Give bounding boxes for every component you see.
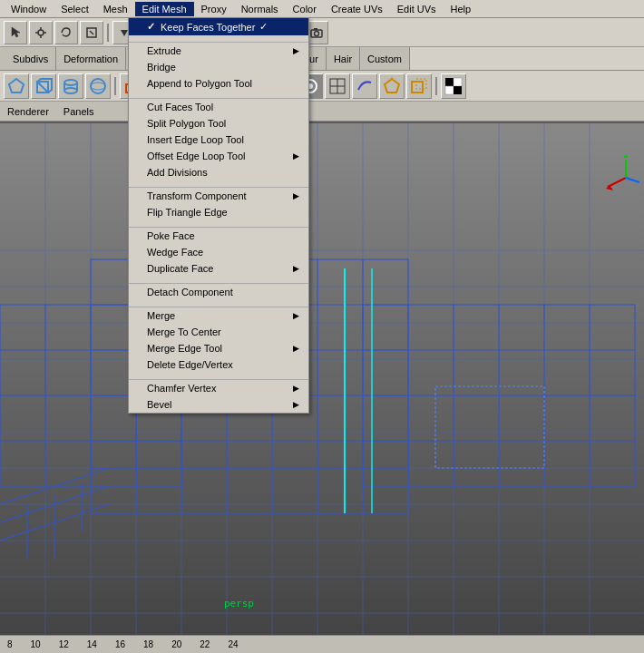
menu-item-cut-faces-tool[interactable]: Cut Faces Tool xyxy=(129,99,308,115)
menu-proxy[interactable]: Proxy xyxy=(194,2,234,16)
menu-item-insert-edge-loop[interactable]: Insert Edge Loop Tool xyxy=(129,132,308,148)
ruler-num-12: 12 xyxy=(59,639,69,649)
tab-hair[interactable]: Hair xyxy=(327,47,360,70)
sep4 xyxy=(129,220,308,228)
svg-rect-54 xyxy=(454,86,462,94)
svg-rect-52 xyxy=(454,78,462,86)
menu-item-merge-edge-tool[interactable]: Merge Edge Tool ▶ xyxy=(129,340,308,356)
toolbar-row2 xyxy=(0,71,644,102)
svg-marker-20 xyxy=(314,28,317,30)
tool-checkerboard[interactable] xyxy=(441,73,466,99)
svg-point-19 xyxy=(315,31,319,35)
menu-window[interactable]: Window xyxy=(4,2,54,16)
menu-color[interactable]: Color xyxy=(286,2,324,16)
tool-normal[interactable] xyxy=(379,73,405,99)
menu-item-delete-edge-vertex[interactable]: Delete Edge/Vertex xyxy=(129,356,308,373)
menubar: Window Select Mesh Edit Mesh Proxy Norma… xyxy=(0,0,644,18)
svg-rect-53 xyxy=(445,86,454,94)
ruler-num-10: 10 xyxy=(31,639,41,649)
menu-item-offset-edge-loop[interactable]: Offset Edge Loop Tool ▶ xyxy=(129,148,308,164)
menu-help[interactable]: Help xyxy=(444,2,479,16)
arrow-bevel: ▶ xyxy=(293,400,299,409)
svg-point-28 xyxy=(91,79,105,93)
statusbar: 8 10 12 14 16 18 20 22 24 xyxy=(0,635,644,653)
tabbar: Subdivs Deformation Effects Toon Cloth F… xyxy=(0,47,644,71)
svg-marker-21 xyxy=(9,79,24,93)
tool-select[interactable] xyxy=(4,21,27,44)
arrow-merge: ▶ xyxy=(293,311,299,320)
svg-marker-7 xyxy=(121,30,128,36)
tool-cylinder[interactable] xyxy=(58,73,83,99)
menu-select[interactable]: Select xyxy=(54,2,96,16)
menu-item-append-to-polygon[interactable]: Append to Polygon Tool xyxy=(129,75,308,92)
menu-item-flip-triangle-edge[interactable]: Flip Triangle Edge xyxy=(129,204,308,220)
menu-item-bridge[interactable]: Bridge xyxy=(129,59,308,75)
arrow-duplicate: ▶ xyxy=(293,264,299,273)
viewport-scene xyxy=(0,123,644,635)
toolbar-row1 xyxy=(0,18,644,47)
sep3 xyxy=(129,180,308,188)
svg-rect-51 xyxy=(445,78,454,86)
menu-edit-mesh[interactable]: Edit Mesh xyxy=(135,2,194,16)
sep7 xyxy=(129,373,308,380)
renderer-label[interactable]: Renderer xyxy=(4,104,53,119)
svg-rect-50 xyxy=(416,79,426,89)
tab-subdivs[interactable]: Subdivs xyxy=(5,47,56,70)
arrow-extrude: ▶ xyxy=(293,46,299,55)
menu-normals[interactable]: Normals xyxy=(234,2,286,16)
menu-item-merge[interactable]: Merge ▶ xyxy=(129,307,308,324)
tab-deformation[interactable]: Deformation xyxy=(56,47,126,70)
tool-cube[interactable] xyxy=(31,73,56,99)
svg-rect-49 xyxy=(412,82,423,93)
persp-label: persp xyxy=(224,598,254,609)
menu-item-bevel[interactable]: Bevel ▶ xyxy=(129,396,308,413)
svg-marker-47 xyxy=(385,79,399,93)
svg-point-29 xyxy=(91,83,105,90)
sep6 xyxy=(129,300,308,307)
ruler-num-16: 16 xyxy=(115,639,125,649)
menu-item-poke-face[interactable]: Poke Face xyxy=(129,228,308,244)
sep1 xyxy=(129,35,308,43)
tab-custom[interactable]: Custom xyxy=(360,47,410,70)
svg-rect-55 xyxy=(0,123,644,635)
menu-item-chamfer-vertex[interactable]: Chamfer Vertex ▶ xyxy=(129,380,308,396)
ruler-num-24: 24 xyxy=(228,639,238,649)
tool-wire[interactable] xyxy=(325,73,350,99)
menu-item-merge-to-center[interactable]: Merge To Center xyxy=(129,324,308,340)
svg-line-6 xyxy=(90,31,93,34)
sep2 xyxy=(129,92,308,99)
menu-edit-uvs[interactable]: Edit UVs xyxy=(390,2,444,16)
edit-mesh-dropdown: ✓ Keep Faces Together Extrude ▶ Bridge A… xyxy=(128,18,309,414)
sep5 xyxy=(129,277,308,284)
menu-item-transform-component[interactable]: Transform Component ▶ xyxy=(129,188,308,204)
sep-t1 xyxy=(114,77,116,95)
menu-item-keep-faces-together[interactable]: ✓ Keep Faces Together xyxy=(129,18,308,35)
viewport[interactable]: persp xyxy=(0,123,644,635)
arrow-transform: ▶ xyxy=(293,191,299,200)
menu-item-add-divisions[interactable]: Add Divisions xyxy=(129,164,308,180)
sep-t4 xyxy=(435,77,437,95)
panels-bar: Renderer Panels xyxy=(0,102,644,122)
tab-left-group: Subdivs Deformation xyxy=(0,47,132,70)
tool-paint[interactable] xyxy=(80,21,103,44)
svg-point-27 xyxy=(64,88,77,93)
menu-item-split-polygon-tool[interactable]: Split Polygon Tool xyxy=(129,115,308,132)
panels-label[interactable]: Panels xyxy=(60,104,98,119)
tool-uv[interactable] xyxy=(406,73,432,99)
arrow-merge-edge: ▶ xyxy=(293,344,299,353)
ruler-num-8: 8 xyxy=(7,639,13,649)
tool-create-poly[interactable] xyxy=(4,73,29,99)
tool-smooth[interactable] xyxy=(352,73,377,99)
tool-move[interactable] xyxy=(29,21,53,44)
menu-create-uvs[interactable]: Create UVs xyxy=(324,2,390,16)
arrow-chamfer: ▶ xyxy=(293,384,299,393)
tool-sphere[interactable] xyxy=(85,73,111,99)
menu-item-wedge-face[interactable]: Wedge Face xyxy=(129,244,308,260)
tool-lasso[interactable] xyxy=(54,21,78,44)
menu-item-duplicate-face[interactable]: Duplicate Face ▶ xyxy=(129,260,308,277)
ruler-num-14: 14 xyxy=(87,639,97,649)
svg-point-0 xyxy=(38,30,44,35)
menu-item-detach-component[interactable]: Detach Component xyxy=(129,284,308,300)
menu-mesh[interactable]: Mesh xyxy=(96,2,135,16)
menu-item-extrude[interactable]: Extrude ▶ xyxy=(129,43,308,59)
